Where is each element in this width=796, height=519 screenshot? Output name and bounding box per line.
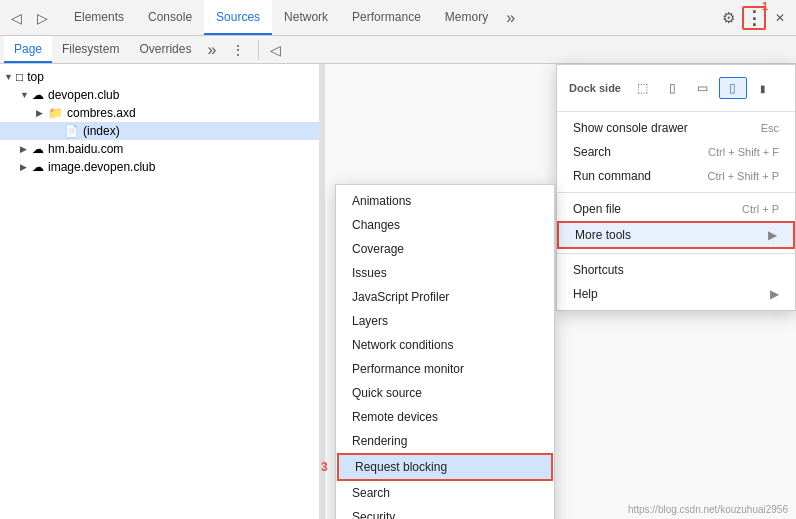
dock-icons: ⬚ ▯ ▭ ▯ ▮ xyxy=(629,77,777,99)
dock-left[interactable]: ▯ xyxy=(659,77,687,99)
cloud-icon-3: ☁ xyxy=(32,160,44,174)
top-bar-actions: ⚙ ⋮ 1 ✕ xyxy=(716,6,792,30)
open-file-label: Open file xyxy=(573,202,621,216)
tab-sources[interactable]: Sources xyxy=(204,0,272,35)
submenu-search[interactable]: Search xyxy=(336,481,554,505)
settings-button[interactable]: ⚙ xyxy=(716,6,740,30)
show-console-label: Show console drawer xyxy=(573,121,688,135)
main-dropdown-menu: Dock side ⬚ ▯ ▭ ▯ ▮ Show console drawer … xyxy=(556,64,796,311)
search-label: Search xyxy=(573,145,611,159)
menu-run-command[interactable]: Run command Ctrl + Shift + P xyxy=(557,164,795,188)
divider-2 xyxy=(557,192,795,193)
tree-item-top[interactable]: ▼ □ top xyxy=(0,68,319,86)
arrow-down-icon-2: ▼ xyxy=(20,90,32,100)
second-bar-overflow[interactable]: » xyxy=(201,41,222,59)
dock-side-label: Dock side xyxy=(569,82,621,94)
help-arrow: ▶ xyxy=(770,287,779,301)
arrow-right-icon: ▶ xyxy=(36,108,48,118)
shortcuts-label: Shortcuts xyxy=(573,263,624,277)
tree-item-combres[interactable]: ▶ 📁 combres.axd xyxy=(0,104,319,122)
menu-more-tools[interactable]: 2 More tools ▶ xyxy=(557,221,795,249)
submenu-network-conditions[interactable]: Network conditions xyxy=(336,333,554,357)
tree-label-devopen: devopen.club xyxy=(48,88,119,102)
top-bar: ◁ ▷ Elements Console Sources Network Per… xyxy=(0,0,796,36)
step3-badge: 3 xyxy=(321,460,328,474)
tab-overrides[interactable]: Overrides xyxy=(129,36,201,63)
main-content: ▼ □ top ▼ ☁ devopen.club ▶ 📁 combres.axd… xyxy=(0,64,796,519)
back-button[interactable]: ◁ xyxy=(4,6,28,30)
menu-show-console[interactable]: Show console drawer Esc xyxy=(557,116,795,140)
tab-console[interactable]: Console xyxy=(136,0,204,35)
forward-button[interactable]: ▷ xyxy=(30,6,54,30)
tab-page[interactable]: Page xyxy=(4,36,52,63)
more-button[interactable]: ⋮ 1 xyxy=(742,6,766,30)
arrow-right-icon-2: ▶ xyxy=(20,144,32,154)
menu-search[interactable]: Search Ctrl + Shift + F xyxy=(557,140,795,164)
second-bar-more[interactable]: ⋮ xyxy=(226,38,250,62)
submenu-changes[interactable]: Changes xyxy=(336,213,554,237)
submenu-js-profiler[interactable]: JavaScript Profiler xyxy=(336,285,554,309)
arrow-right-icon-3: ▶ xyxy=(20,162,32,172)
show-console-shortcut: Esc xyxy=(761,122,779,134)
dock-section: Dock side ⬚ ▯ ▭ ▯ ▮ xyxy=(557,69,795,107)
cloud-icon: ☁ xyxy=(32,88,44,102)
tree-label-top: top xyxy=(27,70,44,84)
tree-item-baidu[interactable]: ▶ ☁ hm.baidu.com xyxy=(0,140,319,158)
tree-label-combres: combres.axd xyxy=(67,106,136,120)
tab-network[interactable]: Network xyxy=(272,0,340,35)
divider-3 xyxy=(557,253,795,254)
cloud-icon-2: ☁ xyxy=(32,142,44,156)
tree-item-devopen[interactable]: ▼ ☁ devopen.club xyxy=(0,86,319,104)
file-tree: ▼ □ top ▼ ☁ devopen.club ▶ 📁 combres.axd… xyxy=(0,64,320,519)
tree-item-image[interactable]: ▶ ☁ image.devopen.club xyxy=(0,158,319,176)
dock-undock[interactable]: ⬚ xyxy=(629,77,657,99)
tree-item-index[interactable]: 📄 (index) xyxy=(0,122,319,140)
tree-label-baidu: hm.baidu.com xyxy=(48,142,123,156)
submenu-issues[interactable]: Issues xyxy=(336,261,554,285)
menu-shortcuts[interactable]: Shortcuts xyxy=(557,258,795,282)
collapse-panel-button[interactable]: ◁ xyxy=(263,38,287,62)
submenu-security[interactable]: Security xyxy=(336,505,554,519)
tab-performance[interactable]: Performance xyxy=(340,0,433,35)
tree-label-index: (index) xyxy=(83,124,120,138)
submenu-animations[interactable]: Animations xyxy=(336,189,554,213)
close-button[interactable]: ✕ xyxy=(768,6,792,30)
watermark: https://blog.csdn.net/kouzuhuai2956 xyxy=(628,504,788,515)
step1-badge: 1 xyxy=(762,0,768,12)
dock-right2[interactable]: ▮ xyxy=(749,77,777,99)
arrow-down-icon: ▼ xyxy=(4,72,16,82)
submenu-more-tools: Animations Changes Coverage Issues JavaS… xyxy=(335,184,555,519)
dock-bottom[interactable]: ▭ xyxy=(689,77,717,99)
tab-memory[interactable]: Memory xyxy=(433,0,500,35)
submenu-quick-source[interactable]: Quick source xyxy=(336,381,554,405)
folder2-icon: 📁 xyxy=(48,106,63,120)
second-bar: Page Filesystem Overrides » ⋮ ◁ xyxy=(0,36,796,64)
search-shortcut: Ctrl + Shift + F xyxy=(708,146,779,158)
submenu-layers[interactable]: Layers xyxy=(336,309,554,333)
run-command-label: Run command xyxy=(573,169,651,183)
open-file-shortcut: Ctrl + P xyxy=(742,203,779,215)
submenu-request-blocking[interactable]: 3 Request blocking xyxy=(337,453,553,481)
file-icon: 📄 xyxy=(64,124,79,138)
help-label: Help xyxy=(573,287,598,301)
tab-filesystem[interactable]: Filesystem xyxy=(52,36,129,63)
tree-label-image: image.devopen.club xyxy=(48,160,155,174)
submenu-coverage[interactable]: Coverage xyxy=(336,237,554,261)
request-blocking-label: Request blocking xyxy=(355,460,447,474)
submenu-performance-monitor[interactable]: Performance monitor xyxy=(336,357,554,381)
submenu-remote-devices[interactable]: Remote devices xyxy=(336,405,554,429)
submenu-rendering[interactable]: Rendering xyxy=(336,429,554,453)
main-tabs: Elements Console Sources Network Perform… xyxy=(62,0,521,35)
nav-icons: ◁ ▷ xyxy=(4,6,54,30)
tab-overflow[interactable]: » xyxy=(500,0,521,35)
more-tools-label: More tools xyxy=(575,228,631,242)
menu-help[interactable]: Help ▶ xyxy=(557,282,795,306)
tab-elements[interactable]: Elements xyxy=(62,0,136,35)
menu-open-file[interactable]: Open file Ctrl + P xyxy=(557,197,795,221)
more-tools-arrow: ▶ xyxy=(768,228,777,242)
divider xyxy=(258,40,259,60)
folder-icon: □ xyxy=(16,70,23,84)
dock-right[interactable]: ▯ xyxy=(719,77,747,99)
divider-1 xyxy=(557,111,795,112)
run-command-shortcut: Ctrl + Shift + P xyxy=(707,170,779,182)
